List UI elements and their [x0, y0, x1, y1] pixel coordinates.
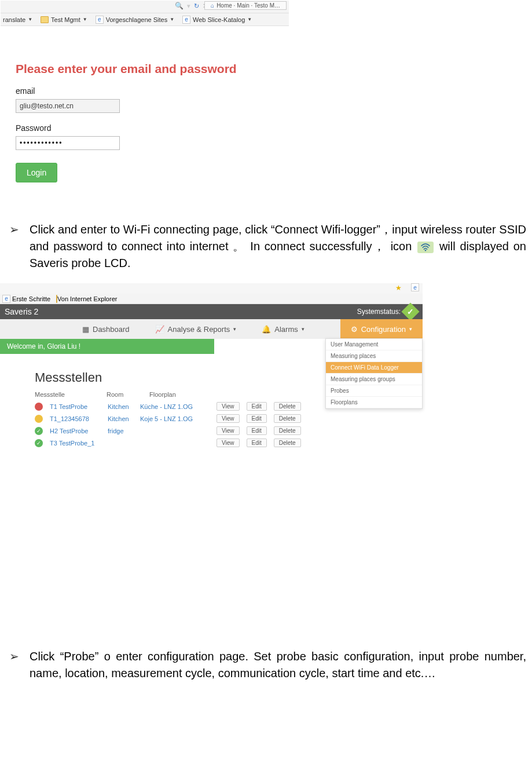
fav-testmgmt[interactable]: Test Mgmt ▼: [41, 16, 87, 23]
fav-translate[interactable]: ranslate ▼: [3, 16, 32, 23]
dash-titlebar: Saveris 2 Systemstatus: ✓: [0, 304, 423, 319]
browser-address-row: 🔍 ▾ ↻ ✕ ⌂ Home · Main · Testo M…: [1, 1, 289, 13]
status-dot-red: [35, 403, 43, 411]
chevron-down-icon: ▼: [83, 17, 87, 22]
email-field[interactable]: [16, 99, 120, 113]
nav-analyse[interactable]: 📈 Analyse & Reports ▾: [142, 319, 250, 339]
grid-icon: ▦: [82, 325, 89, 334]
ie-icon: e: [411, 283, 419, 291]
welcome-bar: Welcome in, Gloria Liu !: [0, 339, 214, 354]
chevron-down-icon: ▼: [170, 17, 174, 22]
fav-testmgmt-label: Test Mgmt: [51, 16, 80, 23]
config-dropdown: User Management Measuring places Connect…: [325, 338, 423, 409]
nav-alarms-label: Alarms: [274, 325, 298, 334]
edit-button[interactable]: Edit: [247, 426, 267, 435]
nav-config-label: Configuration: [361, 325, 406, 334]
login-screenshot: 🔍 ▾ ↻ ✕ ⌂ Home · Main · Testo M… ranslat…: [0, 0, 289, 198]
status-dot-yellow: [35, 415, 43, 423]
row-name[interactable]: T1_12345678: [50, 415, 101, 422]
table-row: ✓ H2 TestProbe fridge View Edit Delete: [35, 425, 414, 437]
delete-button[interactable]: Delete: [274, 414, 301, 423]
search-icon: 🔍: [175, 2, 184, 10]
fav-suggested-label: Vorgeschlagene Sites: [106, 16, 167, 23]
row-floor[interactable]: Koje 5 - LNZ 1.OG: [140, 415, 210, 422]
wifi-icon: [417, 242, 434, 253]
login-form: Please enter your email and password ema…: [1, 26, 289, 198]
dash-browser-top: ★ e: [0, 283, 423, 294]
cfg-item-measuring-places[interactable]: Measuring places: [326, 350, 422, 362]
favorites-bar: ranslate ▼ Test Mgmt ▼ e Vorgeschlagene …: [1, 13, 289, 26]
view-button[interactable]: View: [217, 414, 240, 423]
row-room[interactable]: fridge: [108, 427, 133, 434]
chevron-down-icon: ▼: [247, 17, 252, 22]
delete-button[interactable]: Delete: [274, 426, 301, 435]
edit-button[interactable]: Edit: [247, 439, 267, 447]
bullet-1: ➢ Click and enter to Wi-Fi connecting pa…: [6, 221, 526, 272]
delete-button[interactable]: Delete: [274, 439, 301, 447]
password-field[interactable]: ••••••••••••: [16, 136, 120, 150]
browser-tab[interactable]: ⌂ Home · Main · Testo M…: [204, 1, 287, 10]
cfg-item-mp-groups[interactable]: Measuring places groups: [326, 374, 422, 385]
fav-webslice[interactable]: e Web Slice-Katalog ▼: [182, 16, 252, 24]
browser-search: 🔍 ▾ ↻ ✕: [175, 2, 208, 10]
fav-erste[interactable]: e Erste Schritte: [2, 295, 50, 303]
delete-button[interactable]: Delete: [274, 402, 301, 411]
status-tick-icon: ✓: [35, 427, 43, 435]
fav-suggested[interactable]: e Vorgeschlagene Sites ▼: [96, 16, 174, 24]
row-room[interactable]: Kitchen: [108, 403, 133, 410]
row-floor[interactable]: Küche - LNZ 1.OG: [140, 403, 210, 410]
table-row: ✓ T3 TestProbe_1 View Edit Delete: [35, 437, 414, 449]
login-button[interactable]: Login: [16, 163, 57, 182]
chevron-down-icon: ▼: [28, 17, 32, 22]
chevron-down-icon: ▾: [233, 326, 236, 332]
bell-icon: 🔔: [262, 325, 271, 334]
fav-translate-label: ranslate: [3, 16, 25, 23]
th-messstelle: Messstelle: [35, 391, 93, 398]
table-row: T1_12345678 Kitchen Koje 5 - LNZ 1.OG Vi…: [35, 412, 414, 425]
view-button[interactable]: View: [217, 402, 240, 411]
bullet-1-text: Click and enter to Wi-Fi connecting page…: [30, 221, 526, 272]
browser-tab-label: Home · Main · Testo M…: [217, 2, 280, 9]
cfg-item-connect-wifi[interactable]: Connect WiFi Data Logger: [326, 362, 422, 374]
nav-analyse-label: Analyse & Reports: [168, 325, 230, 334]
chart-icon: 📈: [155, 325, 164, 334]
chevron-down-icon: ▾: [302, 326, 304, 332]
status-tick-icon: ✓: [35, 439, 43, 447]
edit-button[interactable]: Edit: [247, 414, 267, 423]
home-icon: ⌂: [211, 2, 214, 9]
edit-button[interactable]: Edit: [247, 402, 267, 411]
row-name[interactable]: T3 TestProbe_1: [50, 440, 101, 447]
nav-dashboard[interactable]: ▦ Dashboard: [69, 319, 142, 339]
systemstatus-label: Systemstatus:: [357, 308, 401, 316]
cfg-item-probes[interactable]: Probes: [326, 385, 422, 397]
row-name[interactable]: T1 TestProbe: [50, 403, 101, 410]
fav-von[interactable]: Von Internet Explorer: [56, 295, 117, 302]
login-title: Please enter your email and password: [16, 62, 274, 76]
fav-von-label: Von Internet Explorer: [57, 295, 117, 302]
row-name[interactable]: H2 TestProbe: [50, 427, 101, 434]
bullet-arrow-icon: ➢: [9, 221, 19, 272]
row-room[interactable]: Kitchen: [108, 415, 133, 422]
password-label: Password: [16, 123, 274, 133]
ie-icon: e: [96, 16, 104, 24]
ie-icon: e: [2, 295, 10, 303]
ie-icon: e: [182, 16, 190, 24]
fav-webslice-label: Web Slice-Katalog: [193, 16, 245, 23]
refresh-icon: ↻: [194, 2, 199, 10]
cfg-item-floorplans[interactable]: Floorplans: [326, 397, 422, 408]
email-label: email: [16, 86, 274, 96]
dash-brand: Saveris 2: [5, 307, 38, 316]
bullet-arrow-icon: ➢: [9, 648, 19, 682]
dash-content: Welcome in, Gloria Liu ! User Management…: [0, 339, 423, 457]
chevron-down-icon: ▾: [409, 326, 412, 332]
nav-configuration[interactable]: ⚙ Configuration ▾: [340, 319, 423, 339]
bullet-2-text: Click “Probe” o enter configuration page…: [30, 648, 526, 682]
nav-alarms[interactable]: 🔔 Alarms ▾: [249, 319, 317, 339]
view-button[interactable]: View: [217, 439, 240, 447]
cfg-item-user[interactable]: User Management: [326, 339, 422, 350]
nav-dashboard-label: Dashboard: [93, 325, 130, 334]
search-divider: ▾: [187, 2, 190, 10]
view-button[interactable]: View: [217, 426, 240, 435]
folder-icon: [41, 16, 49, 23]
dash-favorites: e Erste Schritte Von Internet Explorer: [0, 294, 423, 304]
